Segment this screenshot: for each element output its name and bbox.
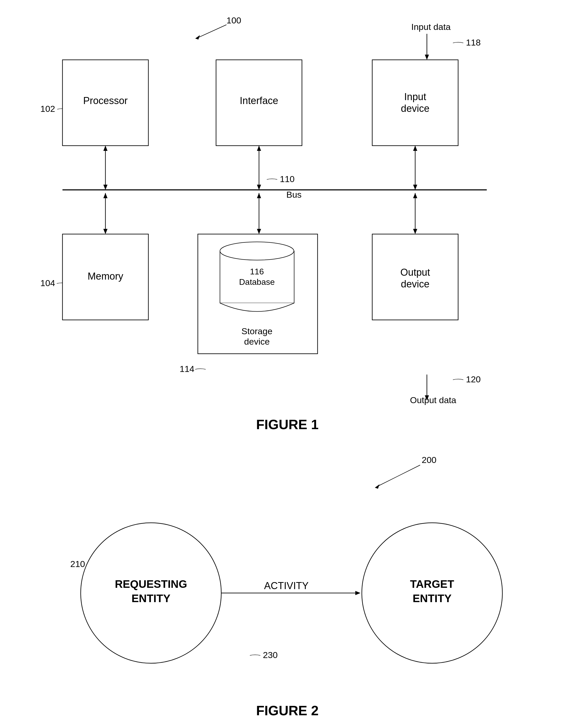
svg-marker-14 <box>425 54 429 60</box>
svg-marker-41 <box>103 146 107 151</box>
svg-text:Input: Input <box>404 91 427 102</box>
svg-text:device: device <box>244 336 270 347</box>
svg-rect-22 <box>216 60 302 146</box>
svg-text:Interface: Interface <box>240 95 278 106</box>
svg-rect-20 <box>63 60 148 146</box>
svg-marker-55 <box>413 229 417 234</box>
svg-text:116: 116 <box>250 267 264 276</box>
svg-text:118: 118 <box>466 37 481 47</box>
svg-rect-24 <box>372 60 458 146</box>
svg-text:FIGURE 2: FIGURE 2 <box>256 703 318 718</box>
svg-text:Storage: Storage <box>241 326 272 336</box>
svg-text:Input data: Input data <box>411 22 450 32</box>
svg-marker-40 <box>103 185 107 190</box>
svg-marker-47 <box>413 146 417 151</box>
svg-line-1 <box>198 25 227 38</box>
svg-text:210: 210 <box>70 559 85 569</box>
svg-text:ACTIVITY: ACTIVITY <box>264 580 308 591</box>
svg-marker-49 <box>103 229 107 234</box>
svg-text:TARGET: TARGET <box>410 578 454 590</box>
svg-point-31 <box>220 242 294 260</box>
diagram-container: 100 102 112 106 110 Bus 104 114 108 Inpu… <box>0 0 575 728</box>
svg-text:112: 112 <box>286 104 301 114</box>
svg-text:114: 114 <box>180 364 195 374</box>
svg-text:device: device <box>401 103 430 114</box>
svg-text:ENTITY: ENTITY <box>131 592 170 605</box>
svg-text:FIGURE 1: FIGURE 1 <box>256 417 318 432</box>
svg-rect-36 <box>372 234 458 320</box>
svg-marker-50 <box>103 193 107 198</box>
svg-text:106: 106 <box>442 104 458 114</box>
svg-rect-29 <box>198 234 317 354</box>
svg-marker-46 <box>413 185 417 190</box>
svg-text:device: device <box>401 279 430 289</box>
svg-text:REQUESTING: REQUESTING <box>115 578 187 590</box>
svg-text:Processor: Processor <box>83 95 128 106</box>
svg-marker-43 <box>257 185 261 190</box>
svg-marker-56 <box>413 193 417 198</box>
svg-text:108: 108 <box>442 278 458 288</box>
svg-text:Output data: Output data <box>410 395 456 405</box>
svg-marker-44 <box>257 146 261 151</box>
svg-marker-18 <box>425 395 429 401</box>
svg-text:Memory: Memory <box>88 271 123 282</box>
svg-marker-52 <box>257 229 261 234</box>
svg-marker-71 <box>355 591 361 595</box>
svg-rect-30 <box>220 251 294 303</box>
svg-line-59 <box>377 465 420 486</box>
svg-marker-60 <box>375 484 379 489</box>
svg-text:Output: Output <box>400 267 430 278</box>
svg-text:104: 104 <box>40 278 55 288</box>
svg-text:ENTITY: ENTITY <box>413 592 451 605</box>
svg-text:Bus: Bus <box>286 190 302 199</box>
svg-rect-27 <box>63 234 148 320</box>
svg-text:220: 220 <box>476 559 491 569</box>
svg-text:100: 100 <box>227 15 241 25</box>
svg-text:230: 230 <box>263 650 278 660</box>
svg-point-64 <box>81 523 221 663</box>
svg-point-67 <box>362 523 502 663</box>
svg-marker-53 <box>257 193 261 198</box>
svg-marker-2 <box>195 35 200 40</box>
svg-text:Database: Database <box>239 277 275 287</box>
svg-text:110: 110 <box>280 174 295 184</box>
svg-text:200: 200 <box>422 455 437 465</box>
svg-text:102: 102 <box>40 104 55 114</box>
svg-text:120: 120 <box>466 374 481 384</box>
